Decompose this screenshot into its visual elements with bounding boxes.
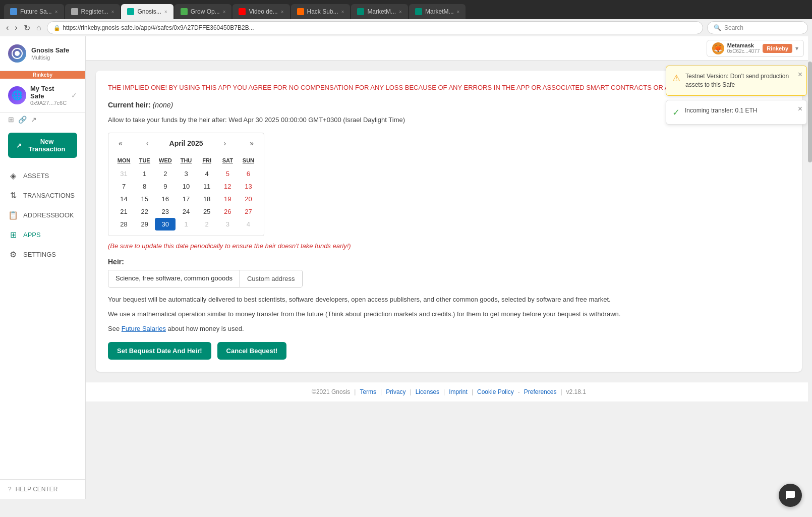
tab-grow[interactable]: Grow Op... ×: [175, 4, 232, 19]
cal-day[interactable]: 20: [238, 193, 259, 205]
tab-hack[interactable]: Hack Sub... ×: [291, 4, 351, 19]
bequest-para-3: See Future Salaries about how money is u…: [108, 324, 790, 334]
scrollbar-track[interactable]: [808, 36, 812, 499]
brand-name: Gnosis Safe: [31, 46, 69, 54]
tab-video[interactable]: Video de... ×: [233, 4, 289, 19]
tab-market1[interactable]: MarketM... ×: [351, 4, 408, 19]
tab-close[interactable]: ×: [223, 9, 226, 15]
cal-day[interactable]: 7: [113, 180, 134, 193]
new-transaction-button[interactable]: ↗ New Transaction: [8, 133, 77, 158]
cal-day[interactable]: 3: [217, 218, 238, 231]
metamask-chevron-icon: ▾: [795, 45, 798, 52]
cal-day[interactable]: 29: [134, 218, 155, 231]
cal-day[interactable]: 31: [113, 167, 134, 180]
safe-grid-icon[interactable]: ⊞: [8, 116, 14, 124]
cal-day[interactable]: 4: [197, 167, 217, 180]
browser-search[interactable]: 🔍 Search: [707, 21, 808, 34]
sidebar-item-transactions[interactable]: ⇅ TRANSACTIONS: [0, 186, 85, 205]
cal-day[interactable]: 18: [197, 193, 217, 205]
cal-day[interactable]: 26: [217, 205, 238, 218]
cal-day[interactable]: 2: [197, 218, 217, 231]
current-heir-value: (none): [153, 101, 173, 109]
cal-day[interactable]: 25: [197, 205, 217, 218]
cal-day[interactable]: 6: [238, 167, 259, 180]
safe-chevron-icon[interactable]: ✓: [71, 91, 77, 99]
cancel-bequest-button[interactable]: Cancel Bequest!: [217, 342, 287, 360]
cal-day[interactable]: 16: [155, 193, 176, 205]
cal-next-month-button[interactable]: ›: [221, 138, 229, 148]
cal-day[interactable]: 19: [217, 193, 238, 205]
cal-day[interactable]: 4: [238, 218, 259, 231]
address-bar[interactable]: 🔒 https://rinkeby.gnosis-safe.io/app/#/s…: [47, 21, 703, 34]
tab-gnosis[interactable]: Gnosis... ×: [121, 4, 173, 19]
tab-close[interactable]: ×: [281, 9, 284, 15]
cal-day[interactable]: 5: [217, 167, 238, 180]
safe-link-icon[interactable]: 🔗: [18, 116, 27, 124]
cal-day[interactable]: 9: [155, 180, 176, 193]
cal-day[interactable]: 12: [217, 180, 238, 193]
day-wed: WED: [155, 155, 176, 165]
cal-day[interactable]: 21: [113, 205, 134, 218]
cal-day[interactable]: 11: [197, 180, 217, 193]
future-salaries-link[interactable]: Future Salaries: [122, 325, 166, 332]
cal-next-year-button[interactable]: »: [247, 138, 257, 148]
footer-copyright: ©2021 Gnosis: [312, 388, 350, 395]
cal-day[interactable]: 17: [176, 193, 196, 205]
footer-licenses[interactable]: Licenses: [416, 388, 439, 395]
testnet-close-button[interactable]: ×: [798, 70, 802, 79]
cal-day[interactable]: 3: [176, 167, 196, 180]
footer-imprint[interactable]: Imprint: [449, 388, 468, 395]
transfer-close-button[interactable]: ×: [798, 104, 802, 113]
cal-day[interactable]: 22: [134, 205, 155, 218]
footer-sep: |: [380, 388, 382, 395]
footer-privacy[interactable]: Privacy: [386, 388, 405, 395]
cal-day-selected[interactable]: 30: [155, 218, 176, 231]
scrollbar-thumb[interactable]: [808, 62, 812, 162]
back-button[interactable]: ‹: [4, 22, 11, 33]
cal-day[interactable]: 1: [176, 218, 196, 231]
tab-close[interactable]: ×: [457, 9, 460, 15]
sidebar-item-assets[interactable]: ◈ ASSETS: [0, 166, 85, 186]
cal-day[interactable]: 15: [134, 193, 155, 205]
cal-day[interactable]: 2: [155, 167, 176, 180]
sidebar-item-addressbook[interactable]: 📋 ADDRESSBOOK: [0, 205, 85, 225]
tab-custom-address[interactable]: Custom address: [240, 270, 302, 287]
notification-panel: ⚠ Testnet Version: Don't send production…: [666, 66, 807, 125]
footer-cookie[interactable]: Cookie Policy: [477, 388, 514, 395]
warning-icon: ⚠: [672, 73, 680, 84]
cal-day[interactable]: 8: [134, 180, 155, 193]
cal-day[interactable]: 13: [238, 180, 259, 193]
sidebar-item-apps[interactable]: ⊞ APPS: [0, 225, 85, 245]
help-center-item[interactable]: ? HELP CENTER: [8, 486, 77, 493]
tab-science[interactable]: Science, free software, common gooods: [108, 270, 240, 287]
sidebar-item-settings[interactable]: ⚙ SETTINGS: [0, 245, 85, 264]
home-button[interactable]: ⌂: [34, 22, 43, 33]
cal-day[interactable]: 24: [176, 205, 196, 218]
metamask-info[interactable]: 🦊 Metamask 0xC62c...4077 Rinkeby ▾: [707, 40, 804, 57]
cal-prev-year-button[interactable]: «: [115, 138, 126, 148]
cal-day[interactable]: 14: [113, 193, 134, 205]
tab-market2[interactable]: MarketM... ×: [409, 4, 466, 19]
tab-register[interactable]: Register... ×: [65, 4, 121, 19]
transfer-text: Incoming transfer: 0.1 ETH: [685, 106, 757, 115]
tab-close[interactable]: ×: [55, 9, 58, 15]
tab-close[interactable]: ×: [399, 9, 402, 15]
tab-close[interactable]: ×: [111, 9, 114, 15]
refresh-button[interactable]: ↻: [22, 22, 32, 34]
safe-external-icon[interactable]: ↗: [31, 116, 37, 124]
cal-prev-month-button[interactable]: ‹: [143, 138, 152, 148]
metamask-details: Metamask 0xC62c...4077: [727, 42, 760, 54]
cal-day[interactable]: 28: [113, 218, 134, 231]
cal-day[interactable]: 1: [134, 167, 155, 180]
forward-button[interactable]: ›: [13, 22, 19, 33]
cal-day[interactable]: 10: [176, 180, 196, 193]
cal-day[interactable]: 23: [155, 205, 176, 218]
settings-label: SETTINGS: [23, 251, 56, 258]
tab-close[interactable]: ×: [164, 9, 167, 15]
tab-future[interactable]: Future Sa... ×: [4, 4, 64, 19]
set-bequest-button[interactable]: Set Bequest Date And Heir!: [108, 342, 211, 360]
tab-close[interactable]: ×: [341, 9, 344, 15]
footer-terms[interactable]: Terms: [360, 388, 376, 395]
footer-preferences[interactable]: Preferences: [524, 388, 557, 395]
cal-day[interactable]: 27: [238, 205, 259, 218]
